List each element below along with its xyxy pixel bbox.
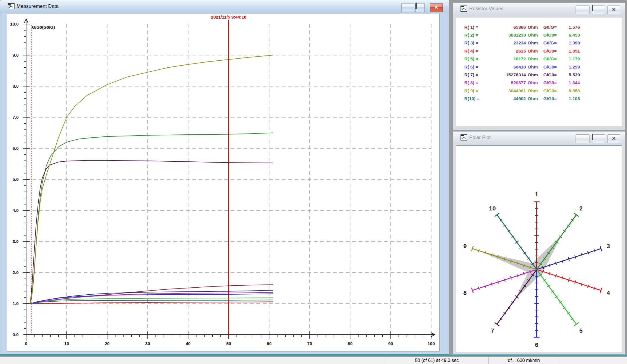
resistor-row: R( 3) =23234OhmG0/G=1.398 [464, 39, 622, 47]
radar-axis-label: 7 [491, 327, 494, 334]
close-button[interactable]: ✕ [607, 6, 620, 14]
window-measurement-data: Measurement Data ✕ 010203040506070809010… [0, 0, 449, 355]
resistor-label: R( 4) = [464, 48, 489, 54]
maximize-icon [592, 5, 593, 11]
radar-axis-label: 5 [579, 327, 583, 334]
window-polar-plot: Polar Plot ✕ 12345678910 [453, 131, 625, 355]
svg-text:2.0: 2.0 [12, 270, 19, 275]
svg-text:6.0: 6.0 [12, 146, 19, 151]
svg-text:80: 80 [348, 341, 353, 346]
resistor-ohm-value: 3044901 [489, 88, 526, 93]
minimize-button[interactable] [401, 3, 414, 12]
close-button[interactable]: ✕ [607, 134, 620, 143]
resistor-ohm-value: 68410 [489, 64, 526, 70]
close-icon: ✕ [608, 135, 620, 143]
resistor-unit: Ohm [526, 25, 541, 30]
radar-axis-7: 7 [491, 269, 537, 334]
titlebar-measurement-data[interactable]: Measurement Data ✕ [0, 0, 449, 13]
minimize-button[interactable] [576, 6, 590, 14]
ratio-label: G/G0= [543, 33, 562, 38]
radar-chart-svg: 12345678910 [456, 146, 622, 352]
app-workspace: Measurement Data ✕ 010203040506070809010… [0, 0, 627, 364]
app-icon[interactable] [461, 6, 467, 12]
ratio-label: G0/G= [543, 40, 562, 46]
radar-polygon [480, 234, 562, 300]
svg-text:5.0: 5.0 [12, 177, 19, 182]
ratio-value: 5.539 [562, 72, 580, 78]
titlebar-resistor-values[interactable]: Resistor Values ✕ [453, 3, 625, 15]
radar-axis-label: 8 [463, 289, 467, 296]
resistor-client-area: R( 1) =65366OhmG0/G=1.576R( 2) =3081230O… [456, 17, 622, 127]
titlebar-polar-plot[interactable]: Polar Plot ✕ [453, 131, 625, 144]
app-icon[interactable] [8, 3, 15, 10]
resistor-label: R(10) = [464, 96, 489, 101]
svg-text:10.0: 10.0 [10, 21, 19, 26]
radar-axis-6: 6 [534, 269, 540, 348]
svg-text:70: 70 [307, 341, 312, 346]
maximize-button[interactable] [415, 3, 425, 12]
ratio-value: 1.108 [562, 96, 580, 101]
resistor-label: R( 1) = [464, 25, 489, 30]
resistor-ohm-value: 2615 [489, 48, 526, 54]
maximize-button[interactable] [592, 6, 605, 14]
measurement-client-area: 01020304050607080901000.01.02.03.04.05.0… [2, 13, 447, 353]
svg-text:4.0: 4.0 [12, 208, 19, 213]
ratio-label: G/G0= [543, 88, 562, 93]
radar-axis-label: 9 [463, 243, 467, 249]
maximize-button[interactable] [592, 134, 605, 143]
resistor-label: R( 3) = [464, 40, 489, 46]
axis-tick-labels: 01020304050607080901000.01.02.03.04.05.0… [10, 21, 435, 346]
minimize-button[interactable] [576, 134, 590, 143]
resistor-unit: Ohm [526, 88, 541, 93]
ratio-value: 1.398 [562, 40, 580, 46]
svg-text:50: 50 [226, 341, 231, 346]
resistor-ohm-value: 520877 [489, 80, 526, 85]
close-button[interactable]: ✕ [430, 3, 443, 12]
status-cell: df = 600 ml/min [488, 357, 559, 364]
resistor-row: R( 6) =68410OhmG/G0=1.299 [464, 63, 622, 71]
svg-text:3.0: 3.0 [12, 239, 19, 244]
ratio-label: G/G0= [543, 80, 562, 85]
maximize-icon [592, 134, 593, 140]
ratio-label: G/G0= [543, 64, 562, 70]
line-chart-svg: 01020304050607080901000.01.02.03.04.05.0… [7, 14, 439, 351]
radar-axis-label: 2 [579, 205, 583, 212]
resistor-row: R(10) =44902OhmG/G0=1.108 [464, 95, 622, 103]
svg-text:20: 20 [105, 341, 110, 346]
resistor-label: R( 5) = [464, 56, 489, 62]
resistor-unit: Ohm [526, 40, 541, 46]
ratio-value: 1.051 [562, 48, 580, 54]
radar-axis-4: 4 [537, 269, 610, 296]
svg-text:7.0: 7.0 [12, 115, 19, 120]
resistor-unit: Ohm [526, 48, 541, 54]
ratio-value: 1.299 [562, 64, 580, 70]
resistor-ohm-value: 23234 [489, 40, 526, 46]
svg-text:30: 30 [145, 341, 150, 346]
ratio-label: G/G0= [543, 48, 562, 54]
ratio-value: 1.576 [562, 25, 580, 30]
resistor-row: R( 1) =65366OhmG0/G=1.576 [464, 23, 622, 31]
resistor-row: R( 2) =3081230OhmG/G0=6.453 [464, 31, 622, 39]
ratio-value: 1.344 [562, 80, 580, 85]
resistor-unit: Ohm [526, 56, 541, 62]
svg-text:100: 100 [427, 341, 435, 346]
window-title: Resistor Values [469, 6, 504, 12]
app-icon[interactable] [461, 134, 467, 141]
ratio-value: 8.858 [562, 88, 580, 93]
resistor-label: R( 7) = [464, 72, 489, 78]
radar-axis-label: 1 [535, 191, 538, 197]
close-icon: ✕ [608, 6, 620, 14]
resistor-row: R( 8) =520877OhmG/G0=1.344 [464, 79, 622, 87]
window-resistor-values: Resistor Values ✕ R( 1) =65366OhmG0/G=1.… [453, 2, 625, 130]
svg-text:0.0: 0.0 [12, 332, 19, 337]
ratio-label: G0/G= [543, 25, 562, 30]
resistor-unit: Ohm [526, 33, 541, 38]
resistor-row: R( 4) =2615OhmG/G0=1.051 [464, 47, 622, 55]
radar-axis-2: 2 [537, 205, 583, 269]
radar-axis-label: 10 [489, 205, 496, 212]
resistor-label: R( 8) = [464, 80, 489, 85]
svg-text:9.0: 9.0 [12, 53, 19, 57]
cursor-timestamp: 2021/11/5 9:44:10 [211, 15, 246, 19]
resistor-unit: Ohm [526, 72, 541, 78]
svg-text:0: 0 [25, 341, 27, 346]
